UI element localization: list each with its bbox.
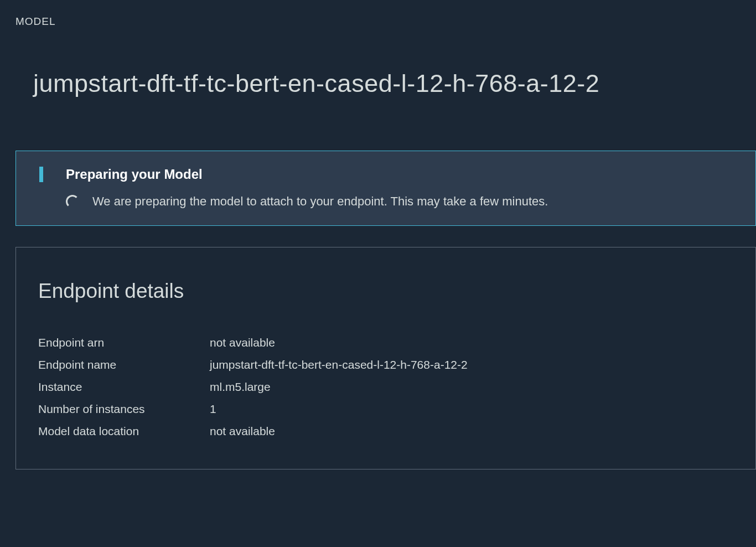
loading-spinner-icon xyxy=(66,195,79,208)
details-heading: Endpoint details xyxy=(38,280,733,303)
detail-row-instance: Instance ml.m5.large xyxy=(38,380,733,394)
endpoint-details-panel: Endpoint details Endpoint arn not availa… xyxy=(15,247,756,469)
detail-value: ml.m5.large xyxy=(210,380,271,394)
detail-label: Endpoint arn xyxy=(38,336,210,349)
notification-title: Preparing your Model xyxy=(66,167,739,182)
preparing-notification: Preparing your Model We are preparing th… xyxy=(15,151,756,226)
detail-value: not available xyxy=(210,425,275,438)
detail-row-model-data-location: Model data location not available xyxy=(38,425,733,438)
detail-row-endpoint-name: Endpoint name jumpstart-dft-tf-tc-bert-e… xyxy=(38,358,733,371)
detail-label: Instance xyxy=(38,380,210,394)
detail-row-number-instances: Number of instances 1 xyxy=(38,402,733,416)
detail-row-endpoint-arn: Endpoint arn not available xyxy=(38,336,733,349)
detail-value: 1 xyxy=(210,402,216,416)
notification-message: We are preparing the model to attach to … xyxy=(92,194,548,209)
page-title: jumpstart-dft-tf-tc-bert-en-cased-l-12-h… xyxy=(33,69,756,98)
detail-label: Model data location xyxy=(38,425,210,438)
detail-label: Number of instances xyxy=(38,402,210,416)
detail-value: not available xyxy=(210,336,275,349)
notification-accent-bar xyxy=(39,167,43,182)
detail-value: jumpstart-dft-tf-tc-bert-en-cased-l-12-h… xyxy=(210,358,468,371)
breadcrumb[interactable]: MODEL xyxy=(15,16,756,28)
detail-label: Endpoint name xyxy=(38,358,210,371)
